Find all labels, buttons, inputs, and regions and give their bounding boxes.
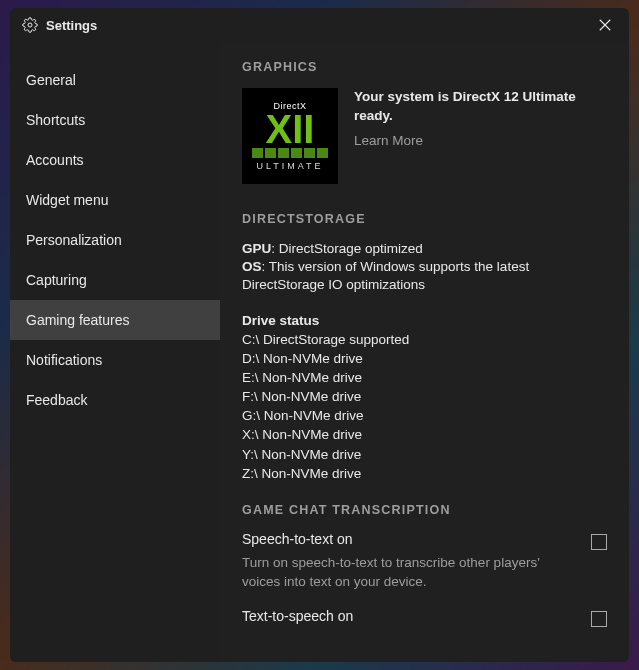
drive-status-heading: Drive status [242, 313, 607, 328]
drive-row: Z:\ Non-NVMe drive [242, 464, 607, 483]
ds-os-value: : This version of Windows supports the l… [242, 259, 529, 292]
directx-tile: DirectX XII ULTIMATE [242, 88, 338, 184]
sidebar-item-gaming-features[interactable]: Gaming features [10, 300, 220, 340]
chat-heading: GAME CHAT TRANSCRIPTION [242, 503, 607, 517]
gear-icon [22, 17, 38, 33]
window-title: Settings [46, 18, 97, 33]
graphics-row: DirectX XII ULTIMATE Your system is Dire… [242, 88, 607, 184]
drive-row: X:\ Non-NVMe drive [242, 425, 607, 444]
drive-row: G:\ Non-NVMe drive [242, 406, 607, 425]
drive-row: E:\ Non-NVMe drive [242, 368, 607, 387]
settings-window: Settings GeneralShortcutsAccountsWidget … [10, 8, 629, 662]
dx-ultimate-label: ULTIMATE [256, 161, 323, 171]
sidebar-item-shortcuts[interactable]: Shortcuts [10, 100, 220, 140]
stt-label: Speech-to-text on [242, 531, 353, 547]
ds-os-label: OS [242, 259, 262, 274]
sidebar-item-accounts[interactable]: Accounts [10, 140, 220, 180]
tts-label: Text-to-speech on [242, 608, 353, 624]
dx-bars [252, 148, 328, 158]
ds-os-line: OS: This version of Windows supports the… [242, 258, 607, 294]
sidebar: GeneralShortcutsAccountsWidget menuPerso… [10, 42, 220, 662]
directstorage-heading: DIRECTSTORAGE [242, 212, 607, 226]
svg-point-0 [28, 23, 32, 27]
stt-checkbox[interactable] [591, 534, 607, 550]
sidebar-item-feedback[interactable]: Feedback [10, 380, 220, 420]
close-button[interactable] [591, 11, 619, 39]
sidebar-item-general[interactable]: General [10, 60, 220, 100]
drive-row: C:\ DirectStorage supported [242, 330, 607, 349]
ds-gpu-value: : DirectStorage optimized [271, 241, 423, 256]
speech-to-text-row: Speech-to-text on [242, 531, 607, 550]
close-icon [598, 18, 612, 32]
drive-row: F:\ Non-NVMe drive [242, 387, 607, 406]
sidebar-item-personalization[interactable]: Personalization [10, 220, 220, 260]
content-pane: GRAPHICS DirectX XII ULTIMATE Your syste… [220, 42, 629, 662]
drive-row: Y:\ Non-NVMe drive [242, 445, 607, 464]
graphics-status: Your system is DirectX 12 Ultimate ready… [354, 88, 607, 126]
learn-more-link[interactable]: Learn More [354, 132, 607, 151]
tts-checkbox[interactable] [591, 611, 607, 627]
ds-gpu-label: GPU [242, 241, 271, 256]
sidebar-item-widget-menu[interactable]: Widget menu [10, 180, 220, 220]
drive-status-list: C:\ DirectStorage supportedD:\ Non-NVMe … [242, 330, 607, 483]
graphics-heading: GRAPHICS [242, 60, 607, 74]
stt-description: Turn on speech-to-text to transcribe oth… [242, 554, 607, 592]
text-to-speech-row: Text-to-speech on [242, 608, 607, 627]
titlebar: Settings [10, 8, 629, 42]
sidebar-item-capturing[interactable]: Capturing [10, 260, 220, 300]
sidebar-item-notifications[interactable]: Notifications [10, 340, 220, 380]
drive-row: D:\ Non-NVMe drive [242, 349, 607, 368]
ds-gpu-line: GPU: DirectStorage optimized [242, 240, 607, 258]
dx-xii-logo: XII [266, 113, 315, 146]
